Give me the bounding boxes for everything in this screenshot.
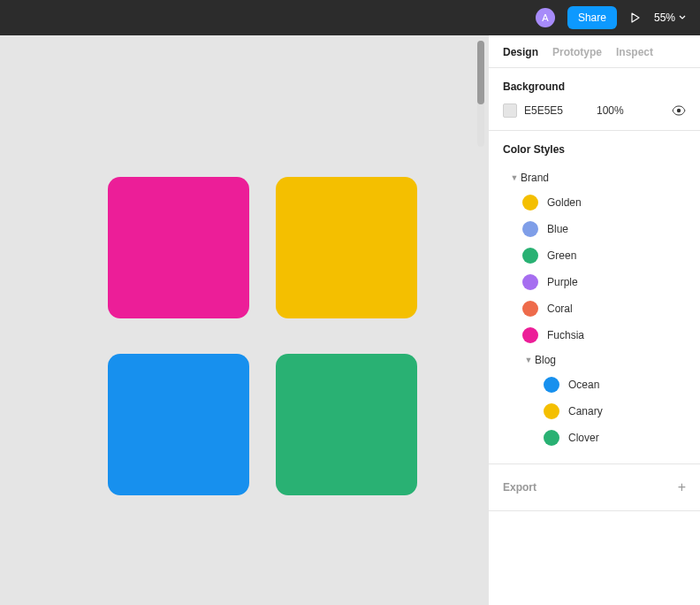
- svg-point-0: [677, 109, 681, 112]
- color-swatch-icon: [544, 430, 559, 446]
- color-style-label: Coral: [547, 302, 573, 315]
- color-style-item[interactable]: Ocean: [503, 371, 686, 398]
- color-styles-title: Color Styles: [503, 143, 686, 156]
- color-swatch-icon: [544, 403, 559, 419]
- color-style-item[interactable]: Fuchsia: [503, 322, 686, 348]
- chevron-down-icon: ▼: [522, 356, 535, 364]
- scrollbar-thumb[interactable]: [477, 41, 484, 104]
- color-style-item[interactable]: Green: [503, 242, 686, 269]
- background-opacity-input[interactable]: 100%: [597, 104, 632, 117]
- color-swatch-icon: [522, 248, 538, 264]
- color-style-label: Clover: [568, 432, 599, 444]
- color-style-label: Fuchsia: [547, 329, 584, 341]
- color-style-label: Purple: [547, 276, 578, 288]
- topbar: A Share 55%: [0, 0, 700, 35]
- visibility-icon[interactable]: [672, 103, 686, 118]
- color-style-item[interactable]: Golden: [503, 189, 686, 216]
- canvas-shape[interactable]: [276, 354, 417, 495]
- canvas-shape[interactable]: [108, 354, 249, 495]
- color-style-item[interactable]: Clover: [503, 425, 686, 451]
- chevron-down-icon: [679, 14, 686, 21]
- color-style-label: Golden: [547, 196, 582, 209]
- chevron-down-icon: ▼: [508, 173, 521, 182]
- color-style-item[interactable]: Purple: [503, 269, 686, 295]
- color-style-label: Green: [547, 249, 576, 262]
- zoom-dropdown[interactable]: 55%: [654, 11, 686, 24]
- color-swatch-icon: [522, 301, 538, 317]
- canvas-shape[interactable]: [276, 177, 417, 318]
- color-subgroup[interactable]: ▼Blog: [503, 348, 686, 371]
- color-style-item[interactable]: Blue: [503, 216, 686, 242]
- color-swatch-icon: [522, 274, 538, 290]
- plus-icon[interactable]: +: [678, 480, 686, 494]
- export-section: Export +: [489, 464, 700, 511]
- tab-inspect[interactable]: Inspect: [616, 46, 653, 58]
- export-title: Export: [503, 481, 536, 494]
- avatar[interactable]: A: [536, 8, 555, 27]
- tab-design[interactable]: Design: [503, 46, 538, 58]
- background-hex-input[interactable]: E5E5E5: [524, 104, 577, 117]
- color-style-label: Blue: [547, 223, 568, 235]
- canvas-shape[interactable]: [108, 177, 249, 318]
- tab-prototype[interactable]: Prototype: [552, 46, 602, 58]
- color-group-label: Brand: [521, 172, 549, 184]
- canvas[interactable]: [0, 35, 488, 605]
- color-subgroup-label: Blog: [535, 354, 556, 366]
- play-icon[interactable]: [629, 11, 642, 24]
- color-style-label: Canary: [568, 405, 603, 417]
- background-section: Background E5E5E5 100%: [489, 68, 700, 131]
- zoom-label: 55%: [654, 11, 675, 24]
- scrollbar[interactable]: [477, 41, 484, 147]
- panel-tabs: Design Prototype Inspect: [489, 35, 700, 68]
- inspector-panel: Design Prototype Inspect Background E5E5…: [488, 35, 700, 605]
- color-swatch-icon: [522, 327, 538, 343]
- color-swatch-icon: [544, 377, 559, 393]
- share-button[interactable]: Share: [567, 6, 617, 29]
- color-styles-section: Color Styles ▼BrandGoldenBlueGreenPurple…: [489, 131, 700, 464]
- color-swatch-icon: [522, 195, 538, 211]
- background-swatch[interactable]: [503, 103, 517, 118]
- background-title: Background: [503, 80, 686, 93]
- color-style-label: Ocean: [568, 379, 599, 391]
- color-swatch-icon: [522, 221, 538, 237]
- color-group[interactable]: ▼Brand: [503, 166, 686, 189]
- color-style-item[interactable]: Canary: [503, 398, 686, 425]
- color-style-item[interactable]: Coral: [503, 295, 686, 322]
